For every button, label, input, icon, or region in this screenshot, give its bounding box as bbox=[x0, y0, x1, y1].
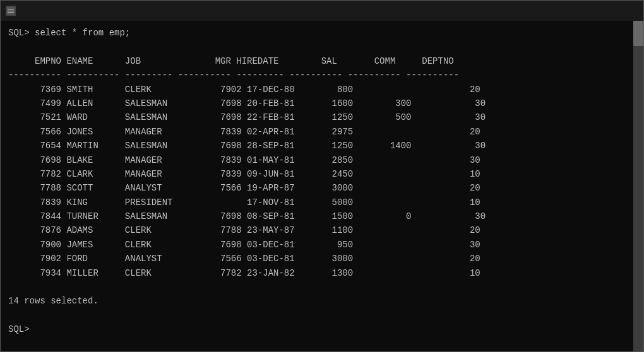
close-button[interactable] bbox=[609, 1, 638, 21]
svg-rect-3 bbox=[8, 12, 14, 13]
svg-rect-1 bbox=[8, 9, 14, 10]
minimize-button[interactable] bbox=[549, 1, 578, 21]
svg-rect-2 bbox=[8, 11, 14, 11]
content-area: SQL> select * from emp; EMPNO ENAME JOB … bbox=[1, 21, 643, 351]
cmd-window: SQL> select * from emp; EMPNO ENAME JOB … bbox=[0, 0, 644, 352]
terminal-output[interactable]: SQL> select * from emp; EMPNO ENAME JOB … bbox=[1, 21, 633, 351]
scrollbar[interactable] bbox=[633, 21, 643, 351]
window-icon bbox=[6, 6, 16, 16]
window-controls bbox=[549, 1, 638, 21]
scrollbar-thumb[interactable] bbox=[633, 21, 643, 46]
titlebar bbox=[1, 1, 643, 21]
maximize-button[interactable] bbox=[579, 1, 608, 21]
